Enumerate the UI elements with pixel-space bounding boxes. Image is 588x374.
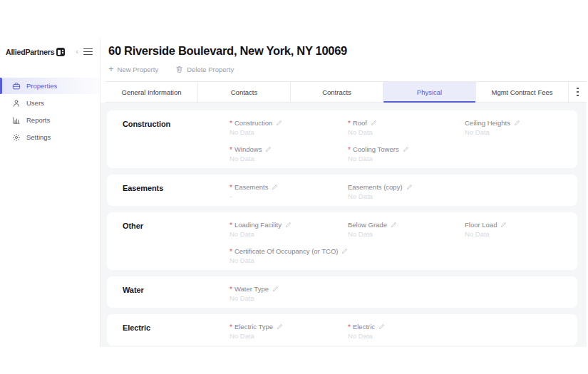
- field-label: Certificate Of Occupancy (or TCO): [234, 246, 339, 256]
- section-title: Other: [123, 220, 229, 265]
- field-label: Construction: [234, 118, 272, 128]
- sidebar-item-settings[interactable]: Settings: [0, 129, 100, 145]
- edit-pencil-icon[interactable]: [391, 222, 397, 228]
- bar-chart-icon: [12, 116, 21, 125]
- app-window: AlliedPartners ‹ PropertiesUsersReportsS…: [0, 39, 587, 347]
- sidebar-nav: PropertiesUsersReportsSettings: [0, 78, 100, 145]
- field-value: No Data: [229, 128, 342, 137]
- required-marker: *: [229, 286, 232, 294]
- sidebar-item-label: Properties: [26, 82, 57, 90]
- tab-contacts[interactable]: Contacts: [197, 82, 290, 102]
- field-easements-copy-: Easements (copy)No Data: [348, 182, 465, 201]
- physical-tab-content: Construction*ConstructionNo Data*RoofNo …: [100, 103, 587, 347]
- section-card-other: Other*Loading FacilityNo DataBelow Grade…: [107, 212, 577, 270]
- gear-icon: [12, 133, 21, 142]
- main-area: 60 Riverside Boulevard, New York, NY 100…: [100, 39, 587, 347]
- field-label: Loading Facility: [234, 220, 282, 229]
- edit-pencil-icon[interactable]: [265, 146, 272, 152]
- sidebar-item-properties[interactable]: Properties: [0, 78, 100, 94]
- field-value: No Data: [348, 229, 459, 239]
- field-value: No Data: [348, 154, 459, 163]
- logo-icon: [56, 48, 65, 56]
- sidebar-item-users[interactable]: Users: [0, 95, 100, 111]
- sidebar-item-reports[interactable]: Reports: [0, 112, 100, 128]
- field-label: Windows: [234, 145, 262, 154]
- sidebar-item-label: Reports: [26, 116, 50, 124]
- tab-physical[interactable]: Physical: [383, 82, 475, 102]
- edit-pencil-icon[interactable]: [272, 184, 278, 190]
- field-value: No Data: [229, 154, 342, 163]
- field-value: -: [229, 192, 342, 201]
- required-marker: *: [229, 147, 232, 154]
- new-property-button[interactable]: + New Property: [108, 66, 158, 73]
- tab-label: Contracts: [322, 88, 351, 96]
- edit-pencil-icon[interactable]: [500, 222, 507, 228]
- tab-label: Physical: [417, 88, 442, 96]
- field-label: Electric Type: [234, 322, 273, 331]
- field-windows: *WindowsNo Data: [229, 145, 348, 163]
- field-value: No Data: [348, 192, 459, 201]
- edit-pencil-icon[interactable]: [276, 120, 282, 126]
- delete-property-button[interactable]: Delete Property: [175, 66, 234, 73]
- plus-icon: +: [108, 66, 114, 73]
- logo-row: AlliedPartners ‹: [0, 39, 100, 58]
- tab-mgmt-contract-fees[interactable]: Mgmt Contract Fees: [475, 82, 568, 102]
- logo: AlliedPartners: [6, 48, 54, 56]
- more-options-icon[interactable]: [568, 82, 587, 102]
- required-marker: *: [229, 249, 232, 256]
- field-roof: *RoofNo Data: [348, 118, 465, 137]
- tab-contracts[interactable]: Contracts: [290, 82, 383, 102]
- edit-pencil-icon[interactable]: [514, 120, 520, 126]
- field-water-type: *Water TypeNo Data: [229, 284, 348, 303]
- field-label: Floor Load: [465, 220, 497, 229]
- field-below-grade: Below GradeNo Data: [348, 220, 465, 239]
- required-marker: *: [229, 222, 232, 229]
- collapse-sidebar-icon[interactable]: ‹: [76, 48, 78, 56]
- new-property-label: New Property: [118, 66, 159, 73]
- tab-label: Contacts: [231, 88, 258, 96]
- section-title: Easements: [123, 182, 229, 201]
- required-marker: *: [348, 120, 351, 128]
- field-value: No Data: [229, 256, 342, 265]
- field-construction: *ConstructionNo Data: [229, 118, 348, 137]
- edit-pencil-icon[interactable]: [371, 120, 377, 126]
- tab-general-information[interactable]: General Information: [105, 82, 197, 102]
- field-value: No Data: [229, 294, 342, 303]
- trash-icon: [175, 66, 183, 73]
- field-electric: *ElectricNo Data: [348, 322, 465, 341]
- edit-pencil-icon[interactable]: [406, 184, 413, 190]
- edit-pencil-icon[interactable]: [285, 222, 292, 228]
- required-marker: *: [229, 324, 232, 331]
- field-label: Water Type: [234, 284, 269, 294]
- menu-icon[interactable]: [83, 48, 93, 55]
- header-actions: + New Property Delete Property: [108, 63, 587, 75]
- field-loading-facility: *Loading FacilityNo Data: [229, 220, 348, 239]
- section-title: Construction: [123, 118, 229, 163]
- field-value: No Data: [465, 229, 572, 239]
- delete-property-label: Delete Property: [187, 66, 234, 73]
- field-easements: *Easements-: [229, 182, 348, 201]
- edit-pencil-icon[interactable]: [341, 248, 348, 254]
- edit-pencil-icon[interactable]: [277, 323, 283, 330]
- sidebar-item-label: Settings: [26, 133, 51, 141]
- field-ceiling-heights: Ceiling HeightsNo Data: [465, 118, 577, 137]
- header: 60 Riverside Boulevard, New York, NY 100…: [100, 39, 587, 75]
- section-card-water: Water*Water TypeNo Data: [107, 276, 577, 308]
- section-card-electric: Electric*Electric TypeNo Data*ElectricNo…: [107, 314, 577, 346]
- field-label: Cooling Towers: [353, 145, 399, 154]
- section-card-easements: Easements*Easements-Easements (copy)No D…: [107, 175, 577, 206]
- field-value: No Data: [229, 229, 342, 239]
- edit-pencil-icon[interactable]: [378, 323, 385, 330]
- section-title: Water: [123, 284, 229, 303]
- tab-label: Mgmt Contract Fees: [491, 88, 552, 96]
- tab-bar: General InformationContactsContractsPhys…: [105, 81, 587, 103]
- user-icon: [12, 99, 21, 108]
- field-label: Electric: [353, 322, 375, 331]
- field-label: Easements (copy): [348, 182, 403, 192]
- edit-pencil-icon[interactable]: [403, 146, 409, 152]
- field-value: No Data: [348, 128, 459, 137]
- page-title: 60 Riverside Boulevard, New York, NY 100…: [108, 44, 587, 58]
- field-value: No Data: [229, 331, 342, 341]
- field-value: No Data: [348, 331, 459, 341]
- edit-pencil-icon[interactable]: [272, 286, 279, 292]
